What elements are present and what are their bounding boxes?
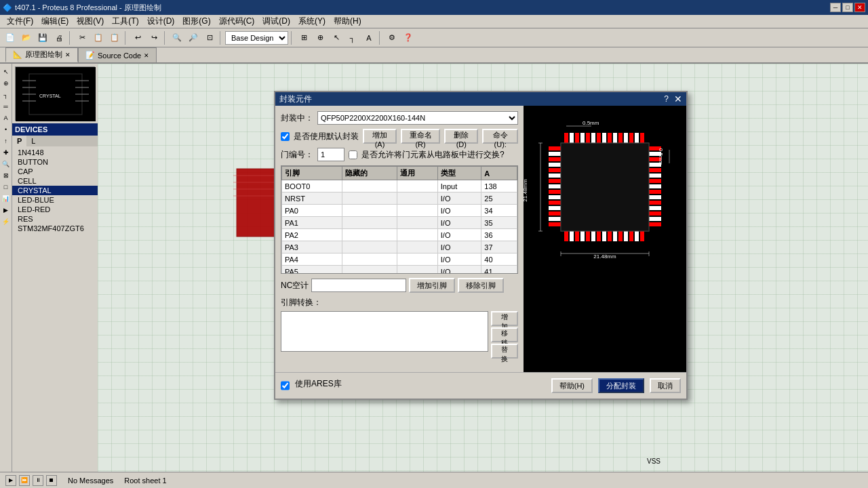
tool-gen[interactable]: ⚡ xyxy=(1,216,12,227)
tab-schematic[interactable]: 📐 原理图绘制 ✕ xyxy=(5,47,78,62)
tab-p[interactable]: P xyxy=(12,136,26,146)
tool-label[interactable]: A xyxy=(1,113,12,123)
table-row[interactable]: PA4 I/O 40 xyxy=(282,253,517,266)
help-btn[interactable]: 帮助(H) xyxy=(551,378,593,393)
table-row[interactable]: NRST I/O 25 xyxy=(282,192,517,205)
device-crystal[interactable]: CRYSTAL xyxy=(12,186,98,195)
dialog-help-icon[interactable]: ? xyxy=(664,94,669,104)
tool-junction[interactable]: • xyxy=(1,124,12,135)
tb-zoom-in[interactable]: 🔍 xyxy=(170,30,184,45)
tool-graph[interactable]: 📊 xyxy=(1,193,12,204)
menu-source[interactable]: 源代码(C) xyxy=(215,15,259,28)
svg-rect-86 xyxy=(549,190,561,194)
tb-print[interactable]: 🖨 xyxy=(52,30,66,45)
use-default-checkbox[interactable] xyxy=(281,132,290,141)
table-row[interactable]: PA3 I/O 37 xyxy=(282,241,517,253)
dialog-close-button[interactable]: ✕ xyxy=(674,94,682,104)
table-row[interactable]: BOOT0 Input 138 xyxy=(282,180,517,192)
tab-source-close[interactable]: ✕ xyxy=(144,52,149,59)
tool-2d[interactable]: □ xyxy=(1,182,12,192)
allow-swap-checkbox[interactable] xyxy=(349,150,357,159)
delete-button[interactable]: 删除(D) xyxy=(444,129,478,144)
device-cell[interactable]: CELL xyxy=(12,176,98,186)
menu-graph[interactable]: 图形(G) xyxy=(178,15,214,28)
table-row[interactable]: PA0 I/O 34 xyxy=(282,205,517,217)
tb-copy[interactable]: 📋 xyxy=(91,30,106,45)
tool-probe[interactable]: 🔍 xyxy=(1,159,12,169)
play-button[interactable]: ▶ xyxy=(5,475,16,486)
svg-rect-89 xyxy=(549,206,561,210)
tb-paste[interactable]: 📋 xyxy=(107,30,122,45)
canvas-area[interactable]: VDD VSS R4 330 R3 330 R2 330 D5 xyxy=(98,64,868,472)
tb-cut[interactable]: ✂ xyxy=(75,30,90,45)
tb-redo[interactable]: ↪ xyxy=(146,30,161,45)
tb-save[interactable]: 💾 xyxy=(35,30,50,45)
assign-button[interactable]: 分配封装 xyxy=(598,378,644,393)
tb-undo[interactable]: ↩ xyxy=(130,30,145,45)
nc-input[interactable] xyxy=(311,279,406,292)
menu-system[interactable]: 系统(Y) xyxy=(294,15,330,28)
rename-button[interactable]: 重命名(R) xyxy=(401,129,440,144)
menu-edit[interactable]: 编辑(E) xyxy=(37,15,73,28)
tb-grid[interactable]: ⊞ xyxy=(296,30,311,45)
tool-select[interactable]: ↖ xyxy=(1,66,12,77)
pause-button[interactable]: ⏸ xyxy=(33,475,43,486)
remove-pin-button[interactable]: 移除引脚 xyxy=(458,278,504,293)
tool-component[interactable]: ⊕ xyxy=(1,78,12,89)
device-cap[interactable]: CAP xyxy=(12,167,98,176)
tab-l[interactable]: L xyxy=(26,136,40,146)
tb-new[interactable]: 📄 xyxy=(3,30,18,45)
pin-table-container[interactable]: 引脚 隐藏的 通用 类型 A BOOT0 Inp xyxy=(281,165,518,274)
menu-tools[interactable]: 工具(T) xyxy=(108,15,142,28)
tb-wire[interactable]: ┐ xyxy=(345,30,360,45)
table-row[interactable]: PA2 I/O 36 xyxy=(282,229,517,241)
menu-file[interactable]: 文件(F) xyxy=(3,15,37,28)
device-1n4148[interactable]: 1N4148 xyxy=(12,148,98,157)
minimize-button[interactable]: ─ xyxy=(830,3,841,12)
add-conv-button[interactable]: 增加 xyxy=(491,311,518,326)
device-res[interactable]: RES xyxy=(12,214,98,224)
menu-design[interactable]: 设计(D) xyxy=(143,15,179,28)
col-a: A xyxy=(481,167,517,180)
cancel-button[interactable]: 取消 xyxy=(650,378,681,393)
stop-button[interactable]: ⏹ xyxy=(46,475,57,486)
gate-input[interactable] xyxy=(317,148,344,161)
close-button[interactable]: ✕ xyxy=(854,3,865,12)
pin-conv-list[interactable] xyxy=(281,311,488,352)
tb-help[interactable]: ❓ xyxy=(401,30,416,45)
tab-schematic-close[interactable]: ✕ xyxy=(65,52,71,58)
device-led-red[interactable]: LED-RED xyxy=(12,205,98,214)
use-ares-checkbox[interactable] xyxy=(281,378,290,393)
step-button[interactable]: ⏩ xyxy=(19,475,30,486)
tool-tape[interactable]: ⊠ xyxy=(1,170,12,181)
tb-comp[interactable]: ⚙ xyxy=(384,30,399,45)
menu-debug[interactable]: 调试(D) xyxy=(258,15,294,28)
table-row[interactable]: PA1 I/O 35 xyxy=(282,217,517,229)
table-row[interactable]: PA5 I/O 41 xyxy=(282,266,517,274)
move-conv-button[interactable]: 移移 xyxy=(491,327,518,342)
maximize-button[interactable]: □ xyxy=(842,3,853,12)
order-button[interactable]: 命令(U): xyxy=(482,129,518,144)
menu-help[interactable]: 帮助(H) xyxy=(330,15,366,28)
tool-bus[interactable]: ═ xyxy=(1,101,12,112)
add-button[interactable]: 增加(A) xyxy=(363,129,397,144)
device-led-blue[interactable]: LED-BLUE xyxy=(12,195,98,205)
tb-cursor[interactable]: ↖ xyxy=(329,30,344,45)
tb-zoom-fit[interactable]: ⊡ xyxy=(202,30,217,45)
tb-open[interactable]: 📂 xyxy=(19,30,34,45)
device-stm32[interactable]: STM32MF407ZGT6 xyxy=(12,224,98,233)
tool-marker[interactable]: ✚ xyxy=(1,147,12,158)
tool-wire[interactable]: ┐ xyxy=(1,89,12,100)
package-select[interactable]: QFP50P2200X2200X160-144N xyxy=(317,111,518,125)
add-pin-button[interactable]: 增加引脚 xyxy=(409,278,455,293)
tb-origin[interactable]: ⊕ xyxy=(313,30,328,45)
menu-view[interactable]: 视图(V) xyxy=(73,15,108,28)
tab-source[interactable]: 📝 Source Code ✕ xyxy=(78,47,157,62)
tb-label[interactable]: A xyxy=(361,30,376,45)
design-dropdown[interactable]: Base Design xyxy=(225,31,288,45)
tool-inst[interactable]: ▶ xyxy=(1,205,12,216)
tb-zoom-out[interactable]: 🔎 xyxy=(186,30,201,45)
tool-power[interactable]: ↑ xyxy=(1,136,12,146)
device-button[interactable]: BUTTON xyxy=(12,157,98,167)
replace-conv-button[interactable]: 替换 xyxy=(491,344,518,359)
